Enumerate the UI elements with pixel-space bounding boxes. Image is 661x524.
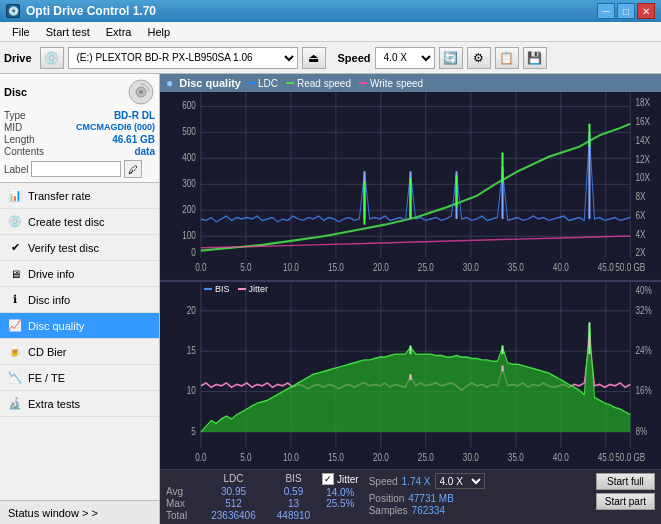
- drive-icon-btn[interactable]: 💿: [40, 47, 64, 69]
- refresh-button[interactable]: 🔄: [439, 47, 463, 69]
- nav-verify-test-disc[interactable]: ✔ Verify test disc: [0, 235, 159, 261]
- avg-bis: 0.59: [271, 486, 316, 497]
- svg-text:40.0: 40.0: [553, 450, 569, 463]
- bis-legend: BIS: [215, 284, 230, 294]
- label-edit-button[interactable]: 🖊: [124, 160, 142, 178]
- drive-label: Drive: [4, 52, 32, 64]
- speed-stat-select[interactable]: 4.0 X: [435, 473, 485, 489]
- start-buttons: Start full Start part: [596, 473, 655, 510]
- toolbar: Drive 💿 (E:) PLEXTOR BD-R PX-LB950SA 1.0…: [0, 42, 661, 74]
- menu-start-test[interactable]: Start test: [38, 24, 98, 40]
- nav-disc-info[interactable]: ℹ Disc info: [0, 287, 159, 313]
- svg-text:8X: 8X: [635, 190, 645, 203]
- svg-text:25.0: 25.0: [418, 260, 434, 273]
- nav-create-test-disc[interactable]: 💿 Create test disc: [0, 209, 159, 235]
- chart-legend: LDC Read speed Write speed: [247, 78, 423, 89]
- nav-disc-quality[interactable]: 📈 Disc quality: [0, 313, 159, 339]
- jitter-legend: Jitter: [249, 284, 269, 294]
- svg-text:20: 20: [187, 303, 196, 316]
- drive-info-icon: 🖥: [8, 267, 22, 281]
- contents-key: Contents: [4, 146, 44, 157]
- cd-bier-icon: 🍺: [8, 345, 22, 359]
- position-value: 47731 MB: [408, 493, 454, 504]
- bottom-chart: BIS Jitter: [160, 281, 661, 471]
- legend-read-speed: Read speed: [286, 78, 351, 89]
- svg-text:10.0: 10.0: [283, 450, 299, 463]
- nav-list: 📊 Transfer rate 💿 Create test disc ✔ Ver…: [0, 183, 159, 500]
- svg-text:5: 5: [191, 424, 196, 437]
- read-speed-color: [286, 82, 294, 84]
- length-key: Length: [4, 134, 35, 145]
- close-button[interactable]: ✕: [637, 3, 655, 19]
- fe-te-icon: 📉: [8, 371, 22, 385]
- nav-fe-te[interactable]: 📉 FE / TE: [0, 365, 159, 391]
- start-part-button[interactable]: Start part: [596, 493, 655, 510]
- svg-text:400: 400: [182, 151, 196, 164]
- total-ldc: 23636406: [206, 510, 261, 521]
- svg-text:30.0: 30.0: [463, 450, 479, 463]
- ldc-header: LDC: [206, 473, 261, 484]
- svg-text:35.0: 35.0: [508, 450, 524, 463]
- svg-text:600: 600: [182, 99, 196, 112]
- svg-text:40%: 40%: [635, 283, 651, 296]
- svg-text:4X: 4X: [635, 227, 645, 240]
- legend-ldc: LDC: [247, 78, 278, 89]
- status-window-button[interactable]: Status window > >: [0, 500, 159, 524]
- save-button[interactable]: 💾: [523, 47, 547, 69]
- svg-text:15.0: 15.0: [328, 450, 344, 463]
- eject-button[interactable]: ⏏: [302, 47, 326, 69]
- nav-drive-info[interactable]: 🖥 Drive info: [0, 261, 159, 287]
- chart-title: Disc quality: [179, 77, 241, 89]
- content-area: ● Disc quality LDC Read speed Write spee…: [160, 74, 661, 524]
- nav-cd-bier[interactable]: 🍺 CD Bier: [0, 339, 159, 365]
- svg-text:40.0: 40.0: [553, 260, 569, 273]
- svg-text:50.0 GB: 50.0 GB: [615, 450, 645, 463]
- mid-key: MID: [4, 122, 22, 133]
- svg-text:6X: 6X: [635, 209, 645, 222]
- speed-select-toolbar[interactable]: 4.0 X: [375, 47, 435, 69]
- verify-test-disc-icon: ✔: [8, 241, 22, 255]
- bottom-chart-svg: 20 15 10 5 40% 32% 24% 16% 8% 0.0 5.0 10…: [160, 282, 661, 470]
- menu-file[interactable]: File: [4, 24, 38, 40]
- svg-text:12X: 12X: [635, 152, 650, 165]
- chart-header: ● Disc quality LDC Read speed Write spee…: [160, 74, 661, 92]
- avg-jitter: 14.0%: [322, 487, 359, 498]
- minimize-button[interactable]: ─: [597, 3, 615, 19]
- svg-text:14X: 14X: [635, 134, 650, 147]
- svg-text:25.0: 25.0: [418, 450, 434, 463]
- nav-extra-tests[interactable]: 🔬 Extra tests: [0, 391, 159, 417]
- svg-text:16%: 16%: [635, 384, 651, 397]
- max-bis: 13: [271, 498, 316, 509]
- label-input[interactable]: [31, 161, 121, 177]
- start-full-button[interactable]: Start full: [596, 473, 655, 490]
- drive-select[interactable]: (E:) PLEXTOR BD-R PX-LB950SA 1.06: [68, 47, 298, 69]
- app-title: Opti Drive Control 1.70: [26, 4, 156, 18]
- svg-text:10.0: 10.0: [283, 260, 299, 273]
- menu-extra[interactable]: Extra: [98, 24, 140, 40]
- type-key: Type: [4, 110, 26, 121]
- extra-tests-icon: 🔬: [8, 397, 22, 411]
- disc-graphic: [127, 78, 155, 106]
- settings-button[interactable]: ⚙: [467, 47, 491, 69]
- svg-text:8%: 8%: [635, 424, 647, 437]
- svg-text:20.0: 20.0: [373, 260, 389, 273]
- disc-panel-title: Disc: [4, 86, 27, 98]
- menu-help[interactable]: Help: [139, 24, 178, 40]
- label-key: Label: [4, 164, 28, 175]
- svg-text:45.0: 45.0: [598, 260, 614, 273]
- main-area: Disc Type BD-R DL MID CMCMAGDI6 (000) Le…: [0, 74, 661, 524]
- jitter-checkbox[interactable]: ✓: [322, 473, 334, 485]
- nav-transfer-rate[interactable]: 📊 Transfer rate: [0, 183, 159, 209]
- legend-write-speed: Write speed: [359, 78, 423, 89]
- maximize-button[interactable]: □: [617, 3, 635, 19]
- write-speed-color: [359, 82, 367, 84]
- svg-text:30.0: 30.0: [463, 260, 479, 273]
- max-label: Max: [166, 498, 196, 509]
- copy-button[interactable]: 📋: [495, 47, 519, 69]
- speed-stat-label: Speed: [369, 476, 398, 487]
- ldc-color: [247, 82, 255, 84]
- create-test-disc-icon: 💿: [8, 215, 22, 229]
- svg-text:35.0: 35.0: [508, 260, 524, 273]
- svg-point-2: [139, 90, 143, 94]
- svg-text:15: 15: [187, 343, 196, 356]
